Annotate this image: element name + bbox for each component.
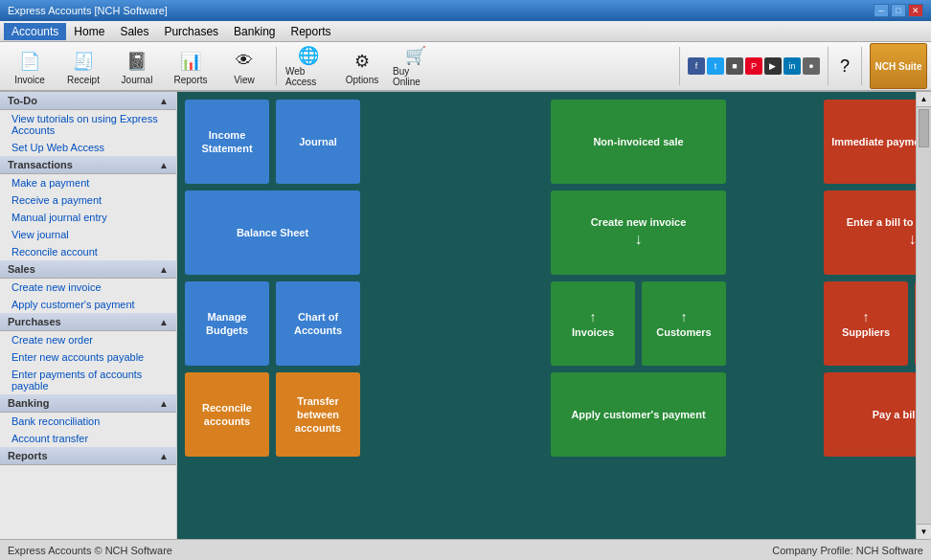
tile-customers[interactable]: ↑ Customers: [642, 281, 726, 366]
sidebar-header-reports[interactable]: Reports ▲: [0, 447, 176, 465]
sidebar-link-make-payment[interactable]: Make a payment: [0, 174, 176, 191]
sidebar-header-todo[interactable]: To-Do ▲: [0, 92, 176, 110]
sidebar-link-receive-payment[interactable]: Receive a payment: [0, 191, 176, 209]
scroll-thumb[interactable]: [919, 109, 929, 147]
spacer-r4c6: [733, 372, 817, 457]
scroll-up-button[interactable]: ▲: [917, 92, 931, 107]
sidebar-header-purchases[interactable]: Purchases ▲: [0, 313, 176, 331]
tile-suppliers[interactable]: ↑ Suppliers: [824, 281, 908, 366]
help-icon[interactable]: ?: [836, 56, 853, 77]
social3-icon[interactable]: ■: [726, 57, 743, 75]
linkedin-icon[interactable]: in: [783, 57, 801, 75]
maximize-button[interactable]: □: [891, 4, 906, 17]
minimize-button[interactable]: –: [874, 4, 889, 17]
sidebar-link-create-invoice[interactable]: Create new invoice: [0, 279, 176, 296]
sidebar-header-banking[interactable]: Banking ▲: [0, 394, 176, 413]
webaccess-button[interactable]: 🌐 Web Access: [283, 43, 334, 89]
sidebar-link-account-transfer[interactable]: Account transfer: [0, 430, 176, 447]
sidebar-link-view-journal[interactable]: View journal: [0, 226, 176, 243]
sidebar-link-reconcile[interactable]: Reconcile account: [0, 243, 176, 260]
sidebar-link-enter-payments-ap[interactable]: Enter payments of accounts payable: [0, 366, 176, 394]
sidebar-link-manual-journal[interactable]: Manual journal entry: [0, 209, 176, 226]
sidebar-link-create-order[interactable]: Create new order: [0, 331, 176, 348]
buyonline-icon: 🛒: [402, 45, 429, 66]
tile-journal[interactable]: Journal: [276, 100, 360, 184]
spacer-r5c7: [824, 463, 908, 539]
sidebar-transactions-label: Transactions: [8, 159, 73, 170]
window-controls: – □ ✕: [874, 4, 923, 17]
menu-purchases[interactable]: Purchases: [156, 23, 226, 40]
view-label: View: [234, 75, 255, 85]
tile-transfer-accounts[interactable]: Transfer between accounts: [276, 372, 360, 457]
tile-invoices[interactable]: ↑ Invoices: [551, 281, 635, 366]
sidebar-link-bank-recon[interactable]: Bank reconciliation: [0, 413, 176, 430]
buyonline-label: Buy Online: [393, 66, 439, 87]
sidebar-link-enter-ap[interactable]: Enter new accounts payable: [0, 348, 176, 366]
tile-create-new-invoice[interactable]: Create new invoice ↓: [551, 190, 726, 275]
twitter-icon[interactable]: t: [707, 57, 724, 75]
journal-button[interactable]: 📓 Journal: [111, 43, 163, 89]
webaccess-label: Web Access: [285, 66, 331, 87]
tile-chart-of-accounts[interactable]: Chart of Accounts: [276, 281, 360, 366]
options-button[interactable]: ⚙ Options: [336, 43, 388, 89]
sidebar-link-setup-web[interactable]: Set Up Web Access: [0, 139, 176, 156]
sidebar-purchases-label: Purchases: [8, 316, 61, 327]
toolbar-sep-4: [861, 47, 862, 85]
tile-immediate-payment[interactable]: Immediate payment or purchase: [824, 100, 916, 184]
tile-configure[interactable]: Configure Express Account (Options): [915, 100, 916, 184]
social4-icon[interactable]: P: [745, 57, 762, 75]
arrow-down-invoice: ↓: [635, 230, 643, 250]
sidebar-link-tutorials[interactable]: View tutorials on using Express Accounts: [0, 110, 176, 139]
sidebar-section-banking: Banking ▲ Bank reconciliation Account tr…: [0, 394, 176, 447]
sidebar-section-todo: To-Do ▲ View tutorials on using Express …: [0, 92, 176, 156]
reports-icon: 📊: [177, 48, 204, 75]
close-button[interactable]: ✕: [908, 4, 923, 17]
toolbar-separator: [276, 47, 277, 85]
menu-reports[interactable]: Reports: [283, 23, 338, 40]
menu-sales[interactable]: Sales: [112, 23, 156, 40]
dashboard-area: Income Statement Journal Non-invoiced sa…: [177, 92, 916, 539]
tile-income-statement[interactable]: Income Statement: [185, 100, 269, 184]
reports-button[interactable]: 📊 Reports: [165, 43, 216, 89]
menu-home[interactable]: Home: [66, 23, 112, 40]
journal-icon: 📓: [124, 48, 150, 75]
sidebar-sales-label: Sales: [8, 263, 35, 275]
invoice-icon: 📄: [16, 48, 43, 75]
sidebar-header-sales[interactable]: Sales ▲: [0, 260, 176, 279]
buyonline-button[interactable]: 🛒 Buy Online: [390, 43, 442, 89]
tile-pay-bill[interactable]: Pay a bill previously entered: [824, 372, 916, 457]
sidebar-link-customer-payment[interactable]: Apply customer's payment: [0, 296, 176, 313]
spacer-r5c4: [551, 463, 817, 539]
receipt-label: Receipt: [67, 75, 100, 85]
tile-apply-customer-payment[interactable]: Apply customer's payment: [551, 372, 726, 457]
sidebar-header-transactions[interactable]: Transactions ▲: [0, 156, 176, 174]
social7-icon[interactable]: ●: [803, 57, 820, 75]
tile-balance-sheet[interactable]: Balance Sheet: [185, 190, 360, 275]
spacer-r2c6: [733, 190, 817, 275]
sales-chevron: ▲: [159, 264, 169, 275]
toolbar-sep-2: [679, 47, 680, 85]
menu-banking[interactable]: Banking: [226, 23, 283, 40]
tile-non-invoiced-sale[interactable]: Non-invoiced sale: [551, 100, 726, 184]
status-bar: Express Accounts © NCH Software Company …: [0, 539, 931, 560]
facebook-icon[interactable]: f: [688, 57, 705, 75]
tile-enter-bill[interactable]: Enter a bill to be paid later ↓: [824, 190, 916, 275]
nch-suite-button[interactable]: NCH Suite: [870, 43, 927, 89]
tile-reconcile-accounts[interactable]: Reconcile accounts: [185, 372, 269, 457]
scroll-down-button[interactable]: ▼: [917, 524, 931, 539]
transactions-chevron: ▲: [159, 160, 169, 170]
view-button[interactable]: 👁 View: [218, 43, 270, 89]
spacer-r3c3: [367, 281, 544, 366]
tile-manage-budgets[interactable]: Manage Budgets: [185, 281, 269, 366]
receipt-button[interactable]: 🧾 Receipt: [57, 43, 109, 89]
sidebar-section-reports: Reports ▲: [0, 447, 176, 465]
receipt-icon: 🧾: [70, 48, 97, 75]
menu-accounts[interactable]: Accounts: [4, 23, 66, 40]
invoice-button[interactable]: 📄 Invoice: [4, 43, 56, 89]
spacer-r5c3: [367, 463, 544, 539]
sidebar-section-transactions: Transactions ▲ Make a payment Receive a …: [0, 156, 176, 260]
banking-chevron: ▲: [159, 398, 169, 409]
sidebar: To-Do ▲ View tutorials on using Express …: [0, 92, 177, 539]
spacer-r2c3: [367, 190, 544, 275]
social5-icon[interactable]: ▶: [764, 57, 782, 75]
